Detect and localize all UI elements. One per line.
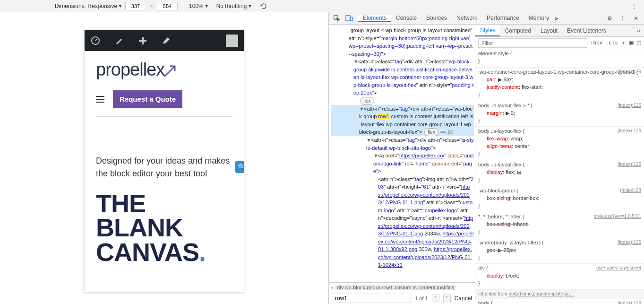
svg-rect-2 [139, 40, 146, 42]
device-toolbar: Dimensions: Responsive ▼ × 100% ▼ No thr… [0, 0, 644, 12]
tagline: Designed for your ideas and makes the bl… [96, 155, 232, 180]
device-frame: propellex Request a Quote Designed for y… [85, 30, 244, 292]
toggle-pane-icon[interactable]: ◫ [636, 40, 641, 46]
svg-rect-5 [351, 17, 352, 21]
elements-panel: -group-layout-4 wp-block-group-is-layout… [329, 25, 475, 304]
tab-elements[interactable]: Elements [358, 15, 391, 22]
svg-rect-4 [346, 16, 350, 21]
styles-rules[interactable]: element.style {}(index):129.wp-container… [475, 49, 644, 304]
cls-toggle[interactable]: .cls [606, 40, 618, 46]
search-bar: 1 of 1 ˄ ˅ Cancel [329, 292, 475, 304]
search-input[interactable] [332, 294, 411, 303]
logo-arrow-icon [163, 64, 175, 76]
tab-network[interactable]: Network [452, 15, 482, 21]
tab-performance[interactable]: Performance [482, 15, 524, 21]
styles-tabs: StylesComputedLayoutEvent Listeners» [475, 25, 644, 37]
styles-tab-layout[interactable]: Layout [536, 25, 562, 36]
tab-sources[interactable]: Sources [421, 15, 452, 21]
computed-toggle-icon[interactable]: ▣ [629, 40, 634, 46]
throttling-dropdown[interactable]: No throttling ▼ [216, 3, 252, 9]
logo-text: propellex [96, 60, 164, 80]
request-quote-button[interactable]: Request a Quote [113, 90, 182, 108]
device-preview-area: propellex Request a Quote Designed for y… [0, 12, 328, 304]
width-input[interactable] [125, 2, 146, 10]
styles-tab-computed[interactable]: Computed [500, 25, 536, 36]
edit-icon[interactable] [161, 35, 172, 46]
divider [96, 116, 232, 117]
customize-icon[interactable] [114, 35, 124, 46]
wp-admin-bar [85, 30, 244, 51]
add-icon[interactable] [137, 35, 148, 46]
site-logo[interactable]: propellex [96, 60, 232, 80]
zoom-dropdown[interactable]: 100% ▼ [189, 3, 209, 9]
devtools-panel: ElementsConsoleSourcesNetworkPerformance… [328, 12, 644, 304]
more-tabs-icon[interactable]: » [555, 15, 558, 22]
dashboard-icon[interactable] [90, 35, 101, 46]
new-rule-icon[interactable]: ＋ [621, 39, 626, 46]
styles-toolbar: :hov .cls ＋ ▣ ◫ [475, 37, 644, 49]
breadcrumb[interactable]: « div.wp-block-group.row1-custom.is-cont… [329, 282, 475, 292]
styles-panel: StylesComputedLayoutEvent Listeners» :ho… [475, 25, 644, 304]
tab-console[interactable]: Console [391, 15, 421, 21]
search-cancel-button[interactable]: Cancel [455, 295, 472, 302]
dimensions-dropdown[interactable]: Dimensions: Responsive ▼ [55, 3, 122, 9]
menu-toggle[interactable] [96, 96, 104, 103]
dimension-separator: × [150, 3, 153, 9]
avatar[interactable] [226, 35, 238, 47]
devtools-tabs: ElementsConsoleSourcesNetworkPerformance… [329, 12, 644, 25]
more-styles-tabs-icon[interactable]: » [637, 27, 644, 34]
kebab-icon[interactable]: ⋮ [630, 2, 638, 10]
device-toggle-icon[interactable] [345, 14, 353, 23]
dom-tree[interactable]: -group-layout-4 wp-block-group-is-layout… [329, 25, 475, 282]
hov-toggle[interactable]: :hov [590, 40, 603, 46]
search-count: 1 of 1 [415, 295, 428, 301]
site-content: propellex Request a Quote Designed for y… [85, 51, 244, 264]
search-next-button[interactable]: ˅ [443, 295, 451, 302]
styles-filter-input[interactable] [478, 38, 587, 48]
settings-icon[interactable]: ⚙ [605, 14, 614, 23]
styles-tab-event-listeners[interactable]: Event Listeners [562, 25, 611, 36]
hero-headline: THE BLANK CANVAS. [96, 191, 232, 264]
search-bubble-icon[interactable]: 🔍 [235, 161, 244, 173]
styles-tab-styles[interactable]: Styles [475, 25, 500, 36]
tab-memory[interactable]: Memory [524, 15, 554, 21]
height-input[interactable] [157, 2, 178, 10]
inspect-icon[interactable] [333, 14, 341, 23]
search-prev-button[interactable]: ˄ [432, 295, 439, 302]
rotate-icon[interactable] [259, 2, 268, 10]
close-devtools-icon[interactable]: ✕ [632, 14, 640, 23]
devtools-menu-icon[interactable]: ⋮ [618, 14, 627, 23]
